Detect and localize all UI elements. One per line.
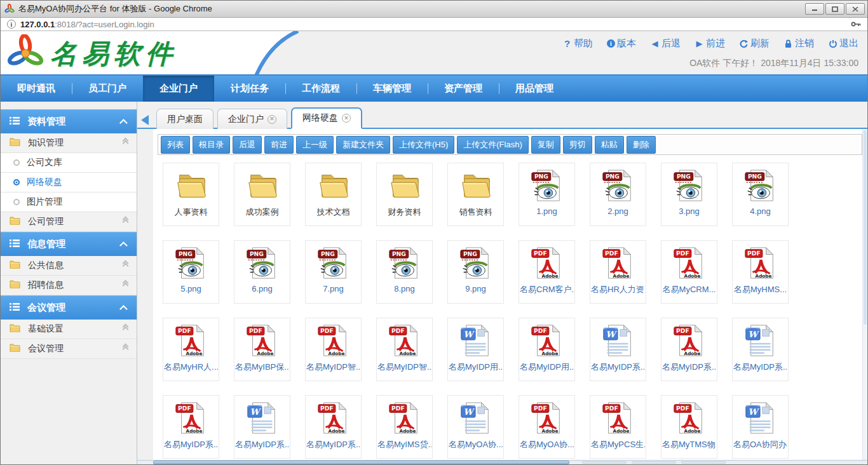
- file-item-15[interactable]: PDFAdobe名易HR人力资...: [590, 240, 646, 304]
- sidebar-section-2[interactable]: 会议管理: [1, 295, 137, 320]
- sidebar-item-0-1[interactable]: 公司管理: [1, 212, 137, 232]
- nav-item-6[interactable]: 资产管理: [428, 76, 499, 102]
- minimize-button[interactable]: [805, 3, 824, 15]
- header-link-1[interactable]: i版本: [607, 37, 636, 50]
- nav-item-2[interactable]: 企业门户: [143, 76, 214, 102]
- toolbar-button-4[interactable]: 上一级: [296, 136, 334, 154]
- file-item-23[interactable]: PDFAdobe名易MyIDP用...: [519, 318, 575, 381]
- file-item-20[interactable]: PDFAdobe名易MyIDP智...: [305, 318, 362, 381]
- file-item-11[interactable]: PNG7.png: [305, 240, 362, 304]
- toolbar-button-3[interactable]: 前进: [264, 136, 294, 154]
- sidebar-item-1-0[interactable]: 公共信息: [1, 256, 137, 276]
- tab-close-icon[interactable]: ✕: [268, 115, 276, 124]
- main-area: 用户桌面企业门户✕网络硬盘✕ 列表根目录后退前进上一级新建文件夹上传文件(H5)…: [137, 102, 867, 464]
- page-info-icon[interactable]: i: [7, 20, 16, 29]
- toolbar-button-2[interactable]: 后退: [233, 136, 262, 154]
- nav-item-4[interactable]: 工作流程: [285, 76, 356, 102]
- file-item-5[interactable]: PNG1.png: [519, 163, 575, 226]
- sidebar-section-1[interactable]: 信息管理: [1, 232, 137, 256]
- header-link-6[interactable]: 退出: [828, 37, 858, 50]
- header-link-0[interactable]: ?帮助: [562, 37, 593, 50]
- toolbar-button-5[interactable]: 新建文件夹: [336, 136, 390, 154]
- file-item-7[interactable]: PNG3.png: [661, 163, 717, 226]
- sidebar-section-0[interactable]: 资料管理: [1, 109, 137, 133]
- sidebar-item-label: 知识管理: [28, 137, 123, 149]
- sidebar-leaf-0-0-1[interactable]: 网络硬盘: [1, 173, 137, 192]
- png-file-icon: PNG: [245, 246, 280, 280]
- folder-icon: [459, 168, 493, 203]
- svg-text:Adobe: Adobe: [328, 428, 344, 434]
- file-item-35[interactable]: W名易OA协同办...: [732, 395, 789, 459]
- file-item-24[interactable]: W名易MyIDP系...: [590, 318, 646, 381]
- file-item-8[interactable]: PNG4.png: [732, 163, 789, 226]
- file-item-34[interactable]: PDFAdobe名易MyTMS物...: [661, 395, 717, 459]
- file-item-29[interactable]: PDFAdobe名易MyIDP系...: [305, 395, 362, 459]
- file-name: 1.png: [536, 206, 557, 216]
- file-item-16[interactable]: PDFAdobe名易MyCRM...: [661, 240, 717, 304]
- file-item-4[interactable]: 销售资料: [447, 163, 504, 226]
- header-link-5[interactable]: 注销: [783, 37, 814, 50]
- file-item-9[interactable]: PNG5.png: [163, 240, 219, 304]
- sidebar-item-0-0[interactable]: 知识管理: [1, 133, 137, 153]
- sidebar-leaf-0-0-2[interactable]: 图片管理: [1, 192, 137, 212]
- file-item-21[interactable]: PDFAdobe名易MyIDP智...: [376, 318, 433, 381]
- sidebar-item-1-1[interactable]: 招聘信息: [1, 276, 137, 295]
- file-item-17[interactable]: PDFAdobe名易MyHMS...: [732, 240, 789, 304]
- file-item-33[interactable]: PDFAdobe名易MyPCS生...: [590, 395, 646, 459]
- nav-item-1[interactable]: 员工门户: [72, 76, 143, 102]
- tab-0[interactable]: 用户桌面: [156, 109, 214, 129]
- close-button[interactable]: [846, 3, 865, 15]
- tab-close-icon[interactable]: ✕: [342, 114, 351, 123]
- file-item-27[interactable]: PDFAdobe名易MyIDP系...: [163, 395, 219, 459]
- url-text[interactable]: 127.0.0.1:8018/?act=userLogin.login: [20, 20, 851, 29]
- tab-1[interactable]: 企业门户✕: [217, 109, 287, 129]
- toolbar-button-1[interactable]: 根目录: [193, 136, 230, 154]
- file-item-31[interactable]: W名易MyOA协...: [447, 395, 504, 459]
- header-link-2[interactable]: ◀后退: [650, 37, 681, 50]
- nav-item-5[interactable]: 车辆管理: [356, 76, 428, 102]
- toolbar-button-6[interactable]: 上传文件(H5): [393, 136, 454, 154]
- file-item-14[interactable]: PDFAdobe名易CRM客户...: [519, 240, 575, 304]
- header-link-3[interactable]: ▶前进: [695, 37, 725, 50]
- hscroll-thumb[interactable]: [153, 461, 569, 464]
- sidebar-section-title: 资料管理: [27, 116, 122, 128]
- vertical-scrollbar[interactable]: [862, 129, 867, 464]
- maximize-button[interactable]: [825, 3, 844, 15]
- file-item-18[interactable]: PDFAdobe名易MyHR人...: [163, 318, 219, 381]
- toolbar-button-0[interactable]: 列表: [161, 136, 190, 154]
- sidebar-leaf-0-0-0[interactable]: 公司文库: [1, 153, 137, 173]
- file-item-22[interactable]: W名易MyIDP用...: [447, 318, 504, 381]
- file-item-2[interactable]: 技术文档: [305, 163, 362, 226]
- toolbar-button-9[interactable]: 剪切: [563, 136, 592, 154]
- file-item-13[interactable]: PNG9.png: [447, 240, 504, 304]
- file-item-19[interactable]: PDFAdobe名易MyIBP保...: [234, 318, 290, 381]
- toolbar-button-7[interactable]: 上传文件(Flash): [457, 136, 528, 154]
- file-item-25[interactable]: PDFAdobe名易MyIDP系...: [661, 318, 717, 381]
- file-item-28[interactable]: W名易MyIDP系...: [234, 395, 290, 459]
- file-item-1[interactable]: 成功案例: [234, 163, 290, 226]
- horizontal-scrollbar[interactable]: [137, 460, 867, 464]
- sidebar-item-2-0[interactable]: 基础设置: [1, 320, 137, 339]
- sidebar-collapse-icon[interactable]: [141, 115, 149, 125]
- file-item-12[interactable]: PNG8.png: [376, 240, 433, 304]
- folder-icon: [10, 343, 20, 354]
- file-item-32[interactable]: PDFAdobe名易MyOA协...: [519, 395, 575, 459]
- toolbar-button-10[interactable]: 粘贴: [595, 136, 624, 154]
- file-item-10[interactable]: PNG6.png: [234, 240, 290, 304]
- sidebar-item-2-1[interactable]: 会议管理: [1, 339, 137, 359]
- toolbar-button-8[interactable]: 复制: [531, 136, 560, 154]
- file-item-0[interactable]: 人事资料: [163, 163, 219, 226]
- toolbar-button-11[interactable]: 删除: [627, 136, 656, 154]
- file-name: 3.png: [679, 206, 700, 216]
- nav-item-0[interactable]: 即时通讯: [1, 76, 72, 102]
- double-chevron-up-icon: [123, 263, 128, 268]
- file-item-30[interactable]: PDFAdobe名易MyIMS贷...: [376, 395, 433, 459]
- nav-item-7[interactable]: 用品管理: [499, 76, 570, 102]
- file-item-6[interactable]: PNG2.png: [590, 163, 646, 226]
- header-link-4[interactable]: 刷新: [739, 37, 770, 50]
- nav-item-3[interactable]: 计划任务: [214, 76, 285, 102]
- file-item-26[interactable]: W名易MyIDP系...: [732, 318, 789, 381]
- tab-2[interactable]: 网络硬盘✕: [291, 107, 362, 129]
- address-bar[interactable]: i 127.0.0.1:8018/?act=userLogin.login: [1, 18, 867, 31]
- file-item-3[interactable]: 财务资料: [376, 163, 433, 226]
